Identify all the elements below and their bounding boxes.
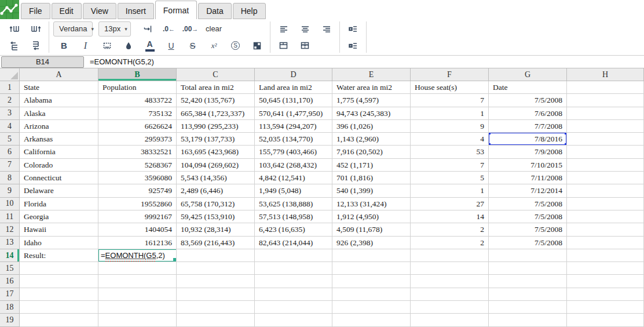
cell-D17[interactable] <box>255 288 332 301</box>
cell-B4[interactable]: 6626624 <box>98 120 177 133</box>
cell-A9[interactable]: Delaware <box>20 184 98 197</box>
cell-F10[interactable]: 27 <box>411 198 489 210</box>
insert-row-below-icon[interactable] <box>25 38 46 53</box>
cell-H9[interactable] <box>567 184 644 197</box>
bold-button[interactable]: B <box>53 38 75 53</box>
cell-F6[interactable]: 53 <box>411 146 489 158</box>
cell-F2[interactable]: 7 <box>411 94 489 107</box>
currency-icon[interactable]: S <box>225 38 246 53</box>
cell-E14[interactable] <box>332 249 411 262</box>
cell-reference-box[interactable]: B14 <box>1 56 84 68</box>
cell-A15[interactable] <box>20 262 98 275</box>
cell-G2[interactable]: 7/5/2008 <box>489 94 567 107</box>
cell-B15[interactable] <box>98 262 177 275</box>
cell-D15[interactable] <box>255 262 332 275</box>
cell-F15[interactable] <box>411 262 489 275</box>
column-header-H[interactable]: H <box>567 68 644 81</box>
cell-D19[interactable] <box>255 314 332 326</box>
column-header-G[interactable]: G <box>489 68 567 81</box>
cell-E4[interactable]: 396 (1,026) <box>332 120 411 133</box>
cell-E15[interactable] <box>332 262 411 275</box>
cell-G16[interactable] <box>489 275 567 288</box>
cell-E13[interactable]: 926 (2,398) <box>332 237 411 249</box>
cell-A1[interactable]: State <box>20 81 98 94</box>
cell-B7[interactable]: 5268367 <box>98 159 177 172</box>
cell-F11[interactable]: 14 <box>411 210 489 223</box>
cell-D16[interactable] <box>255 275 332 288</box>
tab-view[interactable]: View <box>83 3 116 19</box>
cell-G7[interactable]: 7/10/2015 <box>489 159 567 172</box>
row-header-3[interactable]: 3 <box>0 107 20 120</box>
strikethrough-button[interactable]: S <box>182 38 203 53</box>
cell-A11[interactable]: Georgia <box>20 210 98 223</box>
row-header-18[interactable]: 18 <box>0 301 20 314</box>
cell-H19[interactable] <box>567 314 644 326</box>
cell-G3[interactable]: 7/6/2008 <box>489 107 567 120</box>
cell-F19[interactable] <box>411 314 489 326</box>
cell-C17[interactable] <box>177 288 255 301</box>
cell-D4[interactable]: 113,594 (294,207) <box>255 120 332 133</box>
tab-help[interactable]: Help <box>233 3 266 19</box>
cell-H11[interactable] <box>567 210 644 223</box>
cell-F13[interactable]: 2 <box>411 237 489 249</box>
cell-F14[interactable] <box>411 249 489 262</box>
cell-H7[interactable] <box>567 159 644 172</box>
cell-B2[interactable]: 4833722 <box>98 94 177 107</box>
tab-insert[interactable]: Insert <box>118 3 154 19</box>
tab-data[interactable]: Data <box>198 3 232 19</box>
cell-B11[interactable]: 9992167 <box>98 210 177 223</box>
text-color-icon[interactable]: A <box>139 38 160 53</box>
cell-C5[interactable]: 53,179 (137,733) <box>177 133 255 146</box>
clear-formatting-button[interactable]: clear <box>206 24 222 33</box>
cell-H15[interactable] <box>567 262 644 275</box>
row-header-9[interactable]: 9 <box>0 184 20 197</box>
cell-H18[interactable] <box>567 301 644 314</box>
cell-F17[interactable] <box>411 288 489 301</box>
row-header-8[interactable]: 8 <box>0 172 20 184</box>
cell-F18[interactable] <box>411 301 489 314</box>
cell-F7[interactable]: 7 <box>411 159 489 172</box>
cell-G17[interactable] <box>489 288 567 301</box>
cell-G10[interactable]: 7/5/2008 <box>489 198 567 210</box>
insert-row-above-icon[interactable] <box>3 38 25 53</box>
cell-G9[interactable]: 7/12/2014 <box>489 184 567 197</box>
insert-column-right-icon[interactable] <box>25 21 46 37</box>
row-header-11[interactable]: 11 <box>0 210 20 223</box>
cell-A17[interactable] <box>20 288 98 301</box>
column-header-A[interactable]: A <box>20 68 98 81</box>
cell-H3[interactable] <box>567 107 644 120</box>
selection-handle[interactable] <box>489 133 491 135</box>
cell-A10[interactable]: Florida <box>20 198 98 210</box>
cell-B13[interactable]: 1612136 <box>98 237 177 249</box>
cell-A12[interactable]: Hawaii <box>20 223 98 236</box>
cell-D11[interactable]: 57,513 (148,958) <box>255 210 332 223</box>
cell-H10[interactable] <box>567 198 644 210</box>
row-header-6[interactable]: 6 <box>0 146 20 158</box>
cell-B18[interactable] <box>98 301 177 314</box>
cell-A14[interactable]: Result: <box>20 249 98 262</box>
cell-D13[interactable]: 82,643 (214,044) <box>255 237 332 249</box>
cell-F4[interactable]: 9 <box>411 120 489 133</box>
cell-G8[interactable]: 7/11/2008 <box>489 172 567 184</box>
cell-B14[interactable]: =EOMONTH(G5,2) <box>98 249 177 262</box>
cell-C3[interactable]: 665,384 (1,723,337) <box>177 107 255 120</box>
cell-C7[interactable]: 104,094 (269,602) <box>177 159 255 172</box>
italic-button[interactable]: I <box>75 38 96 53</box>
cell-D10[interactable]: 53,625 (138,888) <box>255 198 332 210</box>
cell-G19[interactable] <box>489 314 567 326</box>
row-header-19[interactable]: 19 <box>0 314 20 326</box>
cell-D7[interactable]: 103,642 (268,432) <box>255 159 332 172</box>
formula-input[interactable]: =EOMONTH(G5,2) <box>90 57 644 66</box>
cell-E10[interactable]: 12,133 (31,424) <box>332 198 411 210</box>
superscript-button[interactable]: x² <box>203 38 225 53</box>
cell-C15[interactable] <box>177 262 255 275</box>
increase-decimal-icon[interactable]: .00→ <box>180 21 201 37</box>
cell-C13[interactable]: 83,569 (216,443) <box>177 237 255 249</box>
cell-H14[interactable] <box>567 249 644 262</box>
cell-A3[interactable]: Alaska <box>20 107 98 120</box>
cell-D6[interactable]: 155,779 (403,466) <box>255 146 332 158</box>
cell-F9[interactable]: 1 <box>411 184 489 197</box>
cell-F16[interactable] <box>411 275 489 288</box>
row-header-17[interactable]: 17 <box>0 288 20 301</box>
cell-H8[interactable] <box>567 172 644 184</box>
